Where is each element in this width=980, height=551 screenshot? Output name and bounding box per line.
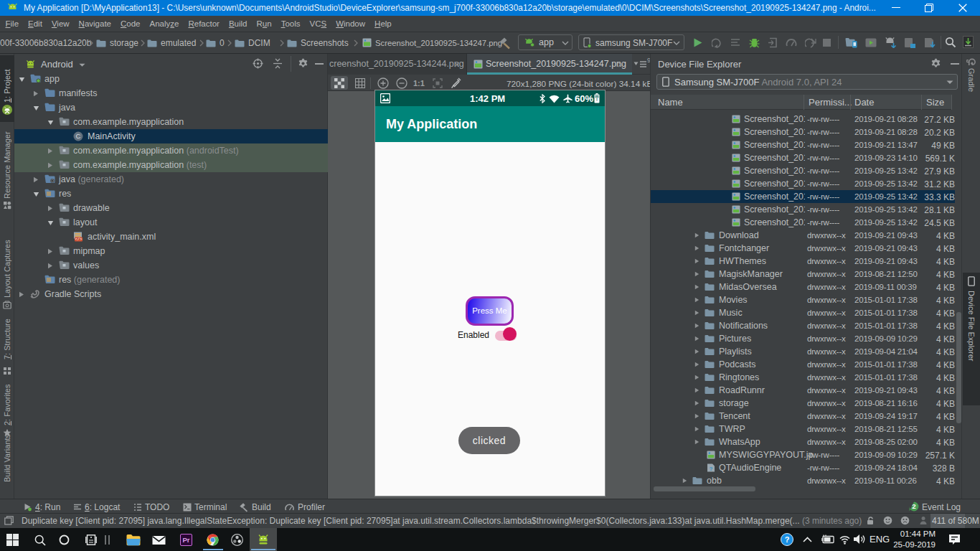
svg-text:2: 2 <box>912 502 915 510</box>
svg-text:?: ? <box>710 466 713 472</box>
svg-text:</>: </> <box>75 237 83 242</box>
svg-text:!: ! <box>596 98 598 102</box>
svg-text:?: ? <box>785 535 790 544</box>
svg-text:C: C <box>76 132 81 140</box>
